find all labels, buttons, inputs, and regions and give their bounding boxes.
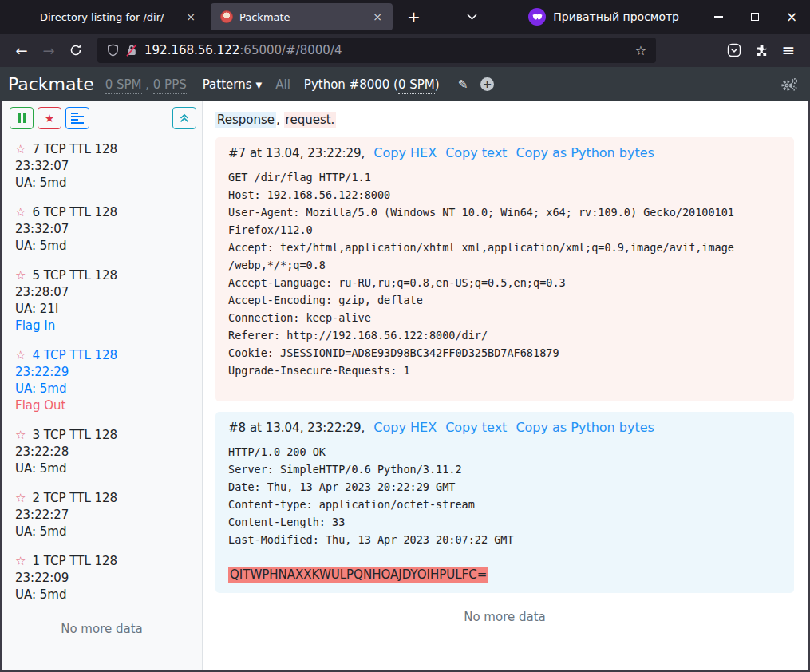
copy-hex-link[interactable]: Copy HEX [373, 145, 437, 160]
page-content: ★ ☆ 7 TCP TTL 128 23:32:07 UA: 5md ☆ 6 T… [0, 101, 810, 672]
packmate-favicon-icon [220, 10, 233, 23]
copy-python-link[interactable]: Copy as Python bytes [516, 145, 654, 160]
tab-packmate[interactable]: Packmate × [211, 3, 393, 30]
maximize-button[interactable] [737, 0, 773, 34]
sidebar-toolbar: ★ [10, 107, 202, 129]
navbar-right-icons: ≡ [721, 38, 802, 62]
window-controls: × [700, 0, 810, 34]
packmate-header: Packmate 0 SPM , 0 PPS Patterns▼ All Pyt… [0, 67, 810, 101]
back-button[interactable]: ← [8, 38, 35, 62]
private-mask-icon [528, 8, 546, 26]
menu-hamburger-icon[interactable]: ≡ [775, 38, 802, 62]
new-tab-button[interactable]: + [397, 7, 430, 26]
packet-number: #7 at 13.04, 23:22:29, [228, 146, 365, 160]
stream-list-item[interactable]: ☆ 4 TCP TTL 128 23:22:29 UA: 5md Flag Ou… [10, 347, 194, 414]
stream-flag-link[interactable]: Flag In [15, 318, 194, 334]
shield-icon[interactable] [107, 44, 119, 57]
favorites-filter-button[interactable]: ★ [38, 107, 61, 129]
packet-header: #7 at 13.04, 23:22:29, Copy HEX Copy tex… [228, 145, 781, 160]
insecure-lock-icon[interactable] [126, 44, 137, 57]
pattern-match-highlight: QITWPHNAXXKWULPQNHOAJDYOIHPULFC= [228, 567, 488, 583]
browser-navbar: ← → 192.168.56.122:65000/#/8000/4 ☆ ≡ [0, 34, 810, 67]
service-tab-python-8000[interactable]: Python #8000 (0 SPM) [304, 77, 440, 92]
stream-list-item[interactable]: ☆ 1 TCP TTL 128 23:22:09 UA: 5md [10, 553, 194, 603]
stream-list: ☆ 7 TCP TTL 128 23:32:07 UA: 5md ☆ 6 TCP… [10, 141, 202, 603]
favorite-star-icon[interactable]: ☆ [15, 144, 26, 156]
favorite-star-icon[interactable]: ☆ [15, 270, 26, 282]
stream-list-item[interactable]: ☆ 5 TCP TTL 128 23:28:07 UA: 21l Flag In [10, 267, 194, 334]
packet-body: HTTP/1.0 200 OK Server: SimpleHTTP/0.6 P… [228, 443, 781, 548]
copy-hex-link[interactable]: Copy HEX [373, 420, 437, 435]
stream-flag-link[interactable]: Flag Out [15, 397, 194, 414]
copy-text-link[interactable]: Copy text [445, 420, 507, 435]
stream-title: 3 TCP TTL 128 [32, 427, 117, 444]
close-window-button[interactable]: × [773, 0, 810, 34]
settings-gears-icon[interactable] [780, 77, 799, 92]
favorite-star-icon[interactable]: ☆ [15, 207, 26, 219]
packet-card-response: #8 at 13.04, 23:22:29, Copy HEX Copy tex… [215, 412, 794, 593]
stream-list-view-button[interactable] [65, 107, 89, 129]
tab-close-icon[interactable]: × [369, 10, 386, 23]
app-brand[interactable]: Packmate [8, 74, 94, 94]
service-all-link[interactable]: All [275, 77, 290, 92]
double-chevron-up-icon [180, 113, 189, 123]
list-all-tabs-icon[interactable] [459, 9, 485, 25]
packet-number: #8 at 13.04, 23:22:29, [228, 421, 365, 435]
legend-response: Response [215, 112, 276, 128]
private-badge-label: Приватный просмотр [553, 10, 679, 23]
add-service-button[interactable]: + [480, 77, 494, 91]
copy-text-link[interactable]: Copy text [445, 145, 507, 160]
url-bar[interactable]: 192.168.56.122:65000/#/8000/4 ☆ [97, 38, 656, 63]
star-icon: ★ [45, 112, 55, 125]
favorite-star-icon[interactable]: ☆ [15, 350, 26, 362]
favorite-star-icon[interactable]: ☆ [15, 555, 26, 567]
stream-user-agent: UA: 5md [15, 381, 194, 397]
extensions-puzzle-icon[interactable] [748, 38, 775, 62]
sidebar-no-more-data: No more data [10, 622, 202, 636]
stream-list-item[interactable]: ☆ 3 TCP TTL 128 23:22:28 UA: 5md [10, 427, 194, 477]
stream-time: 23:32:07 [15, 158, 194, 175]
copy-python-link[interactable]: Copy as Python bytes [516, 420, 654, 435]
legend-request: request. [284, 112, 337, 128]
stream-list-item[interactable]: ☆ 2 TCP TTL 128 23:22:27 UA: 5md [10, 490, 194, 540]
stream-list-item[interactable]: ☆ 6 TCP TTL 128 23:32:07 UA: 5md [10, 204, 194, 255]
favorite-star-icon[interactable]: ☆ [15, 492, 26, 504]
url-text: 192.168.56.122:65000/#/8000/4 [144, 43, 342, 57]
favorite-star-icon[interactable]: ☆ [15, 429, 26, 441]
stream-user-agent: UA: 5md [15, 587, 194, 603]
pattern-match-row: QITWPHNAXXKWULPQNHOAJDYOIHPULFC= [228, 566, 781, 583]
scroll-to-top-button[interactable] [172, 107, 196, 129]
legend: Response, request. [215, 113, 794, 127]
private-browsing-badge: Приватный просмотр [528, 8, 679, 26]
stream-time: 23:22:27 [15, 507, 194, 524]
pocket-icon[interactable] [721, 38, 748, 62]
packet-header: #8 at 13.04, 23:22:29, Copy HEX Copy tex… [228, 420, 781, 435]
tab-directory-listing[interactable]: Directory listing for /dir/ × [6, 3, 206, 30]
edit-service-pencil-icon[interactable]: ✎ [458, 77, 468, 92]
patterns-dropdown[interactable]: Patterns▼ [203, 77, 262, 92]
stream-title: 4 TCP TTL 128 [32, 347, 117, 364]
stream-time: 23:28:07 [15, 284, 194, 301]
stream-user-agent: UA: 5md [15, 175, 194, 192]
minimize-button[interactable] [700, 0, 737, 34]
bookmark-star-icon[interactable]: ☆ [635, 43, 646, 58]
reload-button[interactable] [62, 38, 89, 62]
tab-title: Packmate [239, 11, 364, 23]
stream-user-agent: UA: 5md [15, 524, 194, 540]
stream-title: 5 TCP TTL 128 [32, 267, 117, 284]
packet-card-request: #7 at 13.04, 23:22:29, Copy HEX Copy tex… [215, 137, 794, 401]
stream-time: 23:22:29 [15, 364, 194, 381]
stream-sidebar: ★ ☆ 7 TCP TTL 128 23:32:07 UA: 5md ☆ 6 T… [2, 101, 203, 670]
stream-title: 7 TCP TTL 128 [32, 141, 117, 158]
tab-close-icon[interactable]: × [182, 10, 200, 23]
stream-list-item[interactable]: ☆ 7 TCP TTL 128 23:32:07 UA: 5md [10, 141, 194, 192]
stream-time: 23:22:28 [15, 444, 194, 461]
packet-body: GET /dir/flag HTTP/1.1 Host: 192.168.56.… [228, 168, 781, 379]
stream-title: 1 TCP TTL 128 [32, 553, 117, 570]
stream-time: 23:32:07 [15, 221, 194, 238]
main-no-more-data: No more data [215, 610, 794, 624]
stream-title: 6 TCP TTL 128 [32, 204, 117, 221]
pause-capture-button[interactable] [10, 107, 34, 129]
forward-button[interactable]: → [35, 38, 62, 62]
stream-time: 23:22:09 [15, 570, 194, 587]
